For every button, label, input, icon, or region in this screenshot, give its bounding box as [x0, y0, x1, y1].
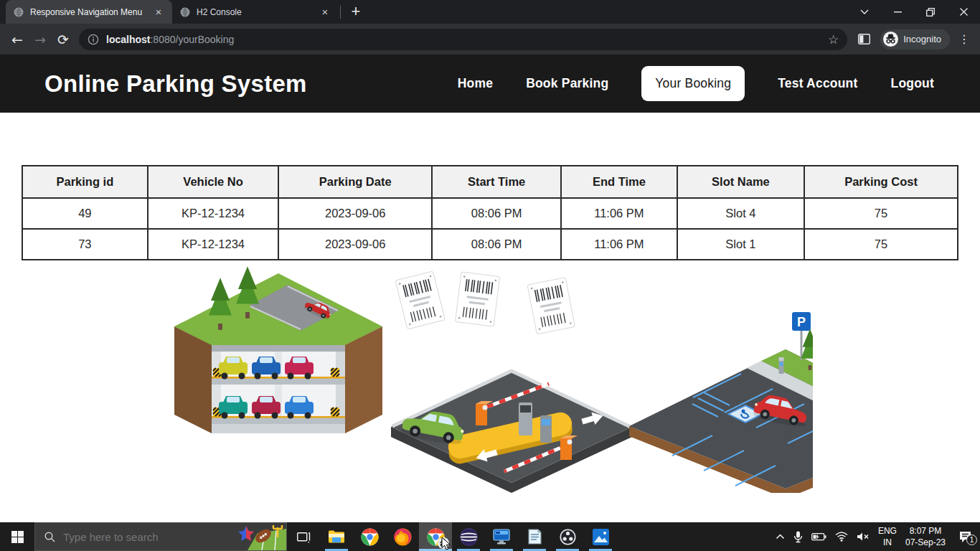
language-indicator[interactable]: ENG IN [878, 525, 897, 548]
outdoor-parking-lot-illustration: P [629, 312, 813, 493]
back-button[interactable]: ← [6, 28, 29, 51]
table-cell: 11:06 PM [561, 198, 677, 229]
table-cell: 73 [22, 229, 148, 260]
volume-muted-icon[interactable] [857, 532, 870, 542]
nav-item-logout[interactable]: Logout [891, 76, 934, 91]
system-tray: ENG IN 8:07 PM 07-Sep-23 1 [776, 522, 980, 551]
globe-favicon [13, 6, 24, 18]
taskbar-app-remote-desktop[interactable] [485, 522, 518, 551]
table-body: 49KP-12-12342023-09-0608:06 PM11:06 PMSl… [22, 198, 958, 260]
svg-text:P: P [797, 315, 806, 329]
table-row: 49KP-12-12342023-09-0608:06 PM11:06 PMSl… [22, 198, 958, 229]
search-highlight-art [236, 523, 286, 550]
table-cell: Slot 1 [677, 229, 804, 260]
search-input[interactable] [63, 531, 221, 543]
microphone-icon[interactable] [793, 531, 803, 543]
table-cell: 49 [22, 198, 148, 229]
tab-title: Responsive Navigation Menu [30, 7, 146, 17]
url-text: localhost:8080/yourBooking [106, 34, 234, 45]
column-header: Parking Cost [804, 166, 958, 198]
site-navbar: Online Parking System HomeBook ParkingYo… [0, 55, 980, 113]
language-line1: ENG [878, 525, 897, 537]
battery-icon[interactable] [811, 532, 826, 541]
entry-barrier-gate-illustration [391, 371, 632, 493]
taskbar-app-file-explorer[interactable] [320, 522, 353, 551]
browser-tab[interactable]: H2 Console× [172, 0, 339, 24]
nav-item-home[interactable]: Home [458, 76, 493, 91]
tab-close-icon[interactable]: × [319, 6, 331, 19]
forward-button[interactable]: → [29, 28, 52, 51]
notification-center-button[interactable]: 1 [954, 531, 976, 543]
browser-tab[interactable]: Responsive Navigation Menu× [6, 0, 172, 24]
url-path: :8080/yourBooking [150, 34, 234, 45]
table-cell: 11:06 PM [561, 229, 677, 260]
globe-favicon [179, 6, 191, 18]
table-cell: 2023-09-06 [278, 198, 432, 229]
browser-toolbar: ← → ⟳ localhost:8080/yourBooking ☆ Incog… [0, 24, 980, 55]
url-host: localhost [106, 34, 150, 45]
tray-chevron-up-icon[interactable] [776, 534, 785, 540]
minimize-button[interactable] [881, 0, 914, 24]
nav-item-your-booking[interactable]: Your Booking [641, 66, 745, 101]
table-cell: 2023-09-06 [278, 229, 432, 260]
side-panel-icon[interactable] [852, 28, 876, 51]
taskbar-app-eclipse[interactable] [452, 522, 485, 551]
column-header: Start Time [432, 166, 561, 198]
site-nav-items: HomeBook ParkingYour BookingTest Account… [458, 66, 934, 101]
column-header: Parking id [22, 166, 148, 198]
restore-button[interactable] [914, 0, 947, 24]
site-info-icon[interactable] [88, 34, 99, 45]
tab-separator [340, 6, 341, 19]
search-icon [44, 532, 55, 542]
taskbar-app-photos[interactable] [584, 522, 617, 551]
browser-menu-icon[interactable]: ⋮ [954, 28, 974, 51]
column-header: End Time [561, 166, 677, 198]
column-header: Vehicle No [148, 166, 279, 198]
mouse-cursor [441, 537, 451, 551]
table-cell: 08:06 PM [432, 229, 561, 260]
site-brand: Online Parking System [44, 70, 307, 98]
booking-table: Parking idVehicle NoParking DateStart Ti… [22, 165, 958, 260]
tabs-container: Responsive Navigation Menu×H2 Console× [0, 0, 339, 24]
incognito-badge: Incognito [880, 29, 950, 50]
start-button[interactable] [0, 522, 34, 551]
table-cell: 08:06 PM [432, 198, 561, 229]
screen: Responsive Navigation Menu×H2 Console× +… [0, 0, 980, 551]
task-view-button[interactable] [287, 522, 320, 551]
close-window-button[interactable] [947, 0, 980, 24]
reload-button[interactable]: ⟳ [52, 28, 75, 51]
tab-strip: Responsive Navigation Menu×H2 Console× + [0, 0, 980, 24]
table-cell: KP-12-1234 [148, 198, 279, 229]
windows-taskbar: ENG IN 8:07 PM 07-Sep-23 1 [0, 522, 980, 551]
tab-close-icon[interactable]: × [152, 6, 165, 19]
table-cell: KP-12-1234 [148, 229, 279, 260]
column-header: Slot Name [677, 166, 804, 198]
clock-time: 8:07 PM [905, 525, 946, 537]
taskbar-app-chrome[interactable] [353, 522, 386, 551]
language-line2: IN [878, 537, 897, 548]
nav-item-test-account[interactable]: Test Account [778, 76, 857, 91]
incognito-spy-icon [883, 32, 898, 47]
column-header: Parking Date [278, 166, 432, 198]
wifi-icon[interactable] [835, 532, 848, 542]
parking-tickets-illustration [395, 271, 575, 334]
nav-item-book-parking[interactable]: Book Parking [526, 76, 608, 91]
taskbar-app-obs-studio[interactable] [551, 522, 584, 551]
chevron-down-icon[interactable] [848, 0, 881, 24]
taskbar-search-box[interactable] [34, 522, 287, 551]
clock[interactable]: 8:07 PM 07-Sep-23 [905, 525, 946, 548]
tab-title: H2 Console [197, 7, 313, 17]
bookmark-star-icon[interactable]: ☆ [828, 32, 839, 47]
address-bar[interactable]: localhost:8080/yourBooking ☆ [79, 29, 847, 50]
clock-date: 07-Sep-23 [905, 537, 946, 548]
table-header-row: Parking idVehicle NoParking DateStart Ti… [22, 166, 958, 198]
window-controls [848, 0, 980, 24]
table-cell: Slot 4 [677, 198, 804, 229]
table-row: 73KP-12-12342023-09-0608:06 PM11:06 PMSl… [22, 229, 958, 260]
underground-garage-illustration [174, 266, 382, 433]
parking-illustration: P [167, 265, 813, 496]
page-content: Online Parking System HomeBook ParkingYo… [0, 55, 980, 522]
taskbar-app-notepad[interactable] [518, 522, 551, 551]
new-tab-button[interactable]: + [345, 1, 367, 23]
taskbar-app-firefox[interactable] [386, 522, 419, 551]
